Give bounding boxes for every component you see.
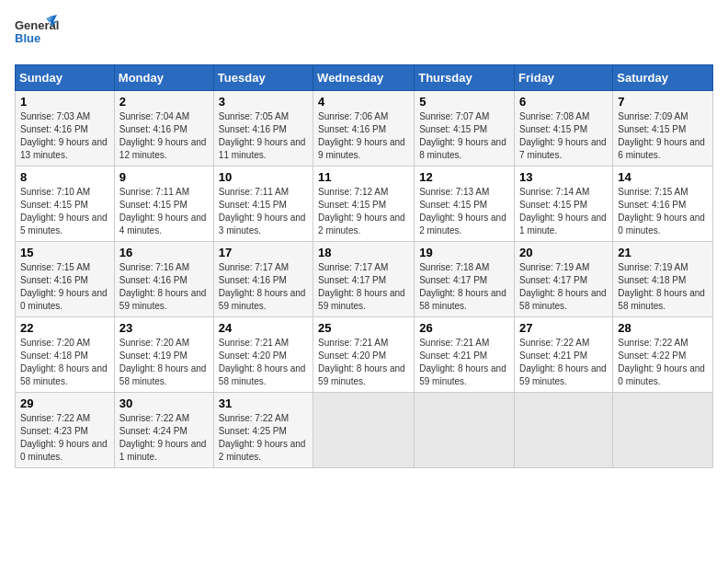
- day-info: Sunrise: 7:07 AMSunset: 4:15 PMDaylight:…: [419, 110, 509, 162]
- calendar-cell: 12Sunrise: 7:13 AMSunset: 4:15 PMDayligh…: [415, 167, 515, 242]
- day-info: Sunrise: 7:21 AMSunset: 4:21 PMDaylight:…: [419, 337, 509, 388]
- calendar-cell: 6Sunrise: 7:08 AMSunset: 4:15 PMDaylight…: [515, 91, 613, 167]
- calendar-week-1: 1Sunrise: 7:03 AMSunset: 4:16 PMDaylight…: [16, 91, 713, 167]
- day-number: 25: [318, 321, 409, 335]
- header-saturday: Saturday: [613, 65, 713, 91]
- calendar-cell: 28Sunrise: 7:22 AMSunset: 4:22 PMDayligh…: [613, 317, 713, 393]
- day-info: Sunrise: 7:17 AMSunset: 4:17 PMDaylight:…: [318, 261, 409, 313]
- day-info: Sunrise: 7:04 AMSunset: 4:16 PMDaylight:…: [119, 110, 209, 162]
- header: General Blue: [15, 15, 713, 55]
- day-info: Sunrise: 7:20 AMSunset: 4:18 PMDaylight:…: [20, 337, 109, 388]
- calendar-cell: 31Sunrise: 7:22 AMSunset: 4:25 PMDayligh…: [213, 393, 313, 468]
- calendar-cell: 8Sunrise: 7:10 AMSunset: 4:15 PMDaylight…: [16, 167, 115, 242]
- day-info: Sunrise: 7:20 AMSunset: 4:19 PMDaylight:…: [119, 337, 209, 388]
- day-number: 29: [20, 396, 109, 410]
- calendar-cell: [613, 393, 713, 468]
- day-number: 4: [318, 95, 409, 109]
- header-wednesday: Wednesday: [313, 65, 415, 91]
- day-number: 20: [519, 246, 608, 259]
- day-info: Sunrise: 7:06 AMSunset: 4:16 PMDaylight:…: [318, 110, 409, 162]
- day-number: 28: [618, 321, 708, 335]
- calendar-week-4: 22Sunrise: 7:20 AMSunset: 4:18 PMDayligh…: [16, 317, 713, 393]
- day-number: 6: [519, 95, 608, 109]
- day-info: Sunrise: 7:14 AMSunset: 4:15 PMDaylight:…: [519, 186, 608, 237]
- day-number: 27: [519, 321, 608, 335]
- calendar-cell: 16Sunrise: 7:16 AMSunset: 4:16 PMDayligh…: [114, 242, 213, 317]
- day-number: 21: [618, 246, 708, 259]
- calendar-cell: 29Sunrise: 7:22 AMSunset: 4:23 PMDayligh…: [16, 393, 115, 468]
- calendar-table: SundayMondayTuesdayWednesdayThursdayFrid…: [15, 64, 713, 468]
- calendar-cell: [313, 393, 415, 468]
- day-number: 5: [419, 95, 509, 109]
- day-info: Sunrise: 7:03 AMSunset: 4:16 PMDaylight:…: [20, 110, 109, 162]
- calendar-cell: 1Sunrise: 7:03 AMSunset: 4:16 PMDaylight…: [16, 91, 115, 167]
- calendar-cell: 21Sunrise: 7:19 AMSunset: 4:18 PMDayligh…: [613, 242, 713, 317]
- calendar-cell: 11Sunrise: 7:12 AMSunset: 4:15 PMDayligh…: [313, 167, 415, 242]
- calendar-cell: 7Sunrise: 7:09 AMSunset: 4:15 PMDaylight…: [613, 91, 713, 167]
- day-number: 14: [618, 170, 708, 184]
- calendar-cell: 4Sunrise: 7:06 AMSunset: 4:16 PMDaylight…: [313, 91, 415, 167]
- day-number: 10: [219, 170, 308, 184]
- day-info: Sunrise: 7:19 AMSunset: 4:18 PMDaylight:…: [618, 261, 708, 313]
- calendar-cell: 22Sunrise: 7:20 AMSunset: 4:18 PMDayligh…: [16, 317, 115, 393]
- day-number: 16: [119, 246, 209, 259]
- calendar-cell: 30Sunrise: 7:22 AMSunset: 4:24 PMDayligh…: [114, 393, 213, 468]
- day-number: 15: [20, 246, 109, 259]
- calendar-cell: 9Sunrise: 7:11 AMSunset: 4:15 PMDaylight…: [114, 167, 213, 242]
- day-number: 2: [119, 95, 209, 109]
- day-info: Sunrise: 7:12 AMSunset: 4:15 PMDaylight:…: [318, 186, 409, 237]
- calendar-cell: [515, 393, 613, 468]
- calendar-cell: 5Sunrise: 7:07 AMSunset: 4:15 PMDaylight…: [415, 91, 515, 167]
- day-info: Sunrise: 7:18 AMSunset: 4:17 PMDaylight:…: [419, 261, 509, 313]
- day-info: Sunrise: 7:15 AMSunset: 4:16 PMDaylight:…: [20, 261, 109, 313]
- day-number: 24: [219, 321, 308, 335]
- day-info: Sunrise: 7:21 AMSunset: 4:20 PMDaylight:…: [318, 337, 409, 388]
- day-number: 1: [20, 95, 109, 109]
- calendar-cell: 13Sunrise: 7:14 AMSunset: 4:15 PMDayligh…: [515, 167, 613, 242]
- calendar-week-2: 8Sunrise: 7:10 AMSunset: 4:15 PMDaylight…: [16, 167, 713, 242]
- calendar-cell: 15Sunrise: 7:15 AMSunset: 4:16 PMDayligh…: [16, 242, 115, 317]
- calendar-cell: [415, 393, 515, 468]
- day-info: Sunrise: 7:22 AMSunset: 4:23 PMDaylight:…: [20, 412, 109, 464]
- day-info: Sunrise: 7:10 AMSunset: 4:15 PMDaylight:…: [20, 186, 109, 237]
- day-number: 23: [119, 321, 209, 335]
- header-tuesday: Tuesday: [213, 65, 313, 91]
- calendar-cell: 17Sunrise: 7:17 AMSunset: 4:16 PMDayligh…: [213, 242, 313, 317]
- day-info: Sunrise: 7:22 AMSunset: 4:22 PMDaylight:…: [618, 337, 708, 388]
- day-info: Sunrise: 7:21 AMSunset: 4:20 PMDaylight:…: [219, 337, 308, 388]
- calendar-cell: 24Sunrise: 7:21 AMSunset: 4:20 PMDayligh…: [213, 317, 313, 393]
- calendar-cell: 25Sunrise: 7:21 AMSunset: 4:20 PMDayligh…: [313, 317, 415, 393]
- calendar-cell: 2Sunrise: 7:04 AMSunset: 4:16 PMDaylight…: [114, 91, 213, 167]
- day-number: 18: [318, 246, 409, 259]
- calendar-cell: 18Sunrise: 7:17 AMSunset: 4:17 PMDayligh…: [313, 242, 415, 317]
- day-number: 30: [119, 396, 209, 410]
- calendar-cell: 19Sunrise: 7:18 AMSunset: 4:17 PMDayligh…: [415, 242, 515, 317]
- day-number: 7: [618, 95, 708, 109]
- day-info: Sunrise: 7:11 AMSunset: 4:15 PMDaylight:…: [119, 186, 209, 237]
- logo-icon: General Blue: [15, 15, 59, 55]
- day-number: 8: [20, 170, 109, 184]
- calendar-cell: 10Sunrise: 7:11 AMSunset: 4:15 PMDayligh…: [213, 167, 313, 242]
- day-number: 19: [419, 246, 509, 259]
- day-info: Sunrise: 7:22 AMSunset: 4:25 PMDaylight:…: [219, 412, 308, 464]
- day-info: Sunrise: 7:17 AMSunset: 4:16 PMDaylight:…: [219, 261, 308, 313]
- day-info: Sunrise: 7:09 AMSunset: 4:15 PMDaylight:…: [618, 110, 708, 162]
- day-number: 26: [419, 321, 509, 335]
- svg-text:Blue: Blue: [15, 31, 40, 45]
- day-info: Sunrise: 7:19 AMSunset: 4:17 PMDaylight:…: [519, 261, 608, 313]
- day-number: 11: [318, 170, 409, 184]
- day-info: Sunrise: 7:08 AMSunset: 4:15 PMDaylight:…: [519, 110, 608, 162]
- day-number: 17: [219, 246, 308, 259]
- day-number: 12: [419, 170, 509, 184]
- day-info: Sunrise: 7:16 AMSunset: 4:16 PMDaylight:…: [119, 261, 209, 313]
- calendar-cell: 14Sunrise: 7:15 AMSunset: 4:16 PMDayligh…: [613, 167, 713, 242]
- header-monday: Monday: [114, 65, 213, 91]
- calendar-cell: 3Sunrise: 7:05 AMSunset: 4:16 PMDaylight…: [213, 91, 313, 167]
- header-thursday: Thursday: [415, 65, 515, 91]
- day-info: Sunrise: 7:13 AMSunset: 4:15 PMDaylight:…: [419, 186, 509, 237]
- logo: General Blue: [15, 15, 59, 55]
- calendar-cell: 26Sunrise: 7:21 AMSunset: 4:21 PMDayligh…: [415, 317, 515, 393]
- day-info: Sunrise: 7:05 AMSunset: 4:16 PMDaylight:…: [219, 110, 308, 162]
- calendar-header-row: SundayMondayTuesdayWednesdayThursdayFrid…: [16, 65, 713, 91]
- calendar-cell: 27Sunrise: 7:22 AMSunset: 4:21 PMDayligh…: [515, 317, 613, 393]
